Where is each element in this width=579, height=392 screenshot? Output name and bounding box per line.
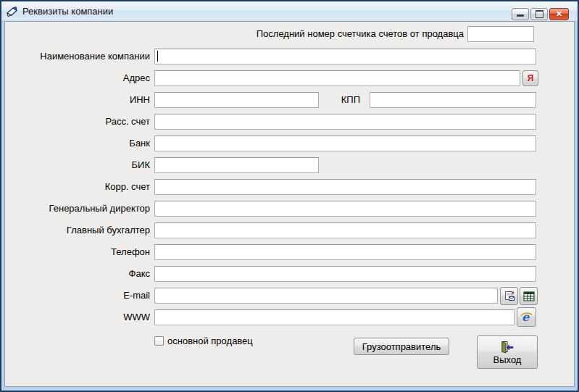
seller-counter-input[interactable] — [467, 26, 534, 42]
seller-counter-label: Последний номер счетчика счетов от прода… — [5, 26, 464, 42]
company-name-input[interactable] — [154, 49, 536, 64]
caption-buttons: ✕ — [512, 8, 569, 20]
chief-accountant-input[interactable] — [154, 222, 536, 238]
inn-label: ИНН — [8, 92, 150, 108]
address-label: Адрес — [8, 70, 150, 86]
exit-button-label: Выход — [493, 354, 522, 365]
www-input[interactable] — [154, 309, 515, 325]
www-label: WWW — [8, 309, 150, 325]
send-email-button[interactable] — [500, 287, 518, 305]
bank-label: Банк — [8, 135, 150, 151]
svg-text:e: e — [522, 310, 530, 324]
settlement-account-input[interactable] — [154, 114, 536, 130]
address-table-button[interactable] — [520, 287, 538, 305]
close-icon: ✕ — [556, 9, 562, 19]
signing-hand-icon — [6, 6, 19, 17]
yandex-lookup-button[interactable]: Я — [522, 70, 538, 86]
main-seller-checkbox[interactable] — [154, 336, 164, 346]
text-caret — [157, 51, 158, 62]
fax-input[interactable] — [154, 266, 536, 282]
form-area: Последний номер счетчика счетов от прода… — [4, 21, 575, 387]
kpp-label: КПП — [319, 92, 360, 108]
open-browser-button[interactable]: e — [517, 307, 536, 327]
corr-account-label: Корр. счет — [8, 179, 150, 195]
general-director-label: Генеральный директор — [8, 201, 150, 217]
bik-label: БИК — [8, 157, 150, 173]
compose-mail-icon — [504, 291, 515, 302]
general-director-input[interactable] — [154, 201, 536, 217]
email-label: E-mail — [8, 288, 150, 304]
address-input[interactable] — [154, 70, 520, 86]
title-bar[interactable]: Реквизиты компании ✕ — [1, 1, 578, 22]
internet-explorer-icon: e — [520, 310, 533, 324]
yandex-icon: Я — [528, 73, 534, 83]
dialog-window: Реквизиты компании ✕ Последний номер сче… — [0, 0, 579, 392]
settlement-account-label: Расс. счет — [8, 114, 150, 130]
main-seller-label: основной продавец — [167, 335, 253, 346]
fax-label: Факс — [8, 266, 150, 282]
exit-button[interactable]: Выход — [477, 335, 538, 369]
email-input[interactable] — [154, 288, 498, 304]
consignor-button-label: Грузоотправитель — [362, 341, 441, 352]
maximize-button[interactable] — [530, 8, 548, 20]
window-title: Реквизиты компании — [22, 6, 113, 17]
phone-label: Телефон — [8, 244, 150, 260]
bank-input[interactable] — [154, 135, 536, 151]
exit-door-icon — [500, 341, 515, 354]
minimize-button[interactable] — [512, 8, 529, 20]
kpp-input[interactable] — [370, 92, 536, 108]
inn-input[interactable] — [154, 92, 319, 108]
company-name-label: Наименование компании — [8, 49, 150, 64]
maximize-icon — [536, 10, 543, 18]
bik-input[interactable] — [154, 157, 319, 173]
chief-accountant-label: Главный бухгалтер — [8, 222, 150, 238]
address-table-icon — [523, 291, 535, 301]
corr-account-input[interactable] — [154, 179, 536, 195]
consignor-button[interactable]: Грузоотправитель — [354, 338, 449, 355]
close-button[interactable]: ✕ — [549, 8, 569, 20]
minimize-icon — [517, 14, 524, 17]
phone-input[interactable] — [154, 244, 536, 260]
